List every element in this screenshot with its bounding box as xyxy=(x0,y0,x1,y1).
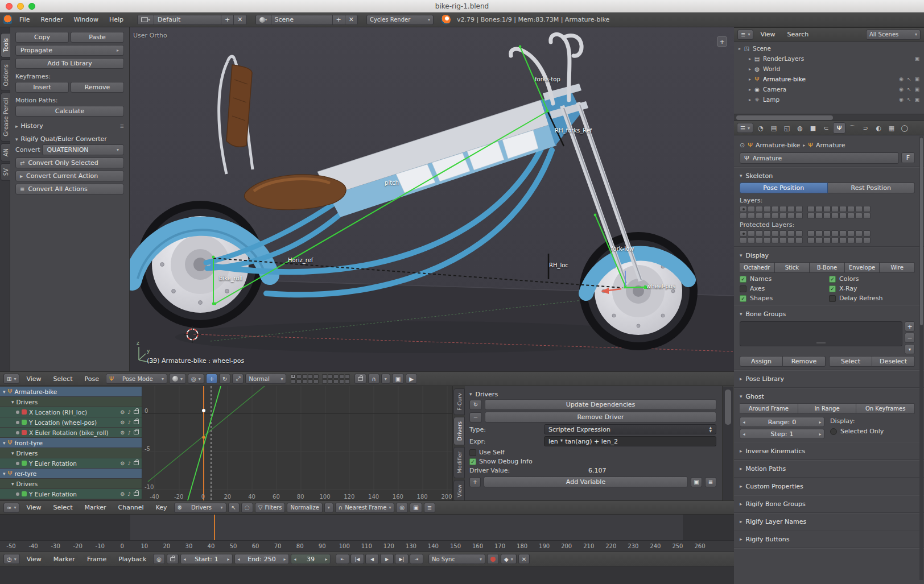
modifier-wrench-icon[interactable]: ⚙ xyxy=(120,461,125,466)
use-self-checkbox[interactable] xyxy=(469,449,476,456)
view-menu[interactable]: View xyxy=(21,372,46,386)
armature-layer-toggle[interactable] xyxy=(855,213,863,219)
protected-layer-toggle[interactable] xyxy=(779,237,787,243)
menu-window[interactable]: Window xyxy=(69,13,104,27)
armature-layer-toggle[interactable] xyxy=(772,213,779,219)
layer-toggle[interactable] xyxy=(345,379,350,384)
lock-icon[interactable] xyxy=(134,430,139,434)
tool-shelf-tab[interactable]: SV xyxy=(1,163,10,181)
modifier-wrench-icon[interactable]: ⚙ xyxy=(120,430,125,436)
layer-toggle[interactable] xyxy=(308,374,313,379)
mute-speaker-icon[interactable]: ♪ xyxy=(127,491,131,497)
sync-mode-select[interactable]: No Sync▾ xyxy=(428,554,485,564)
display-option-checkbox[interactable] xyxy=(740,295,746,302)
display-mode-button[interactable]: Envelope xyxy=(845,262,880,273)
paste-keyframes-button[interactable]: ≣ xyxy=(424,503,435,513)
display-option-checkbox[interactable] xyxy=(829,276,836,283)
protected-layer-toggle[interactable] xyxy=(823,230,831,237)
lock-icon[interactable] xyxy=(134,492,139,496)
channel-visibility-dot[interactable] xyxy=(16,421,19,424)
channel-name[interactable]: front-tyre xyxy=(14,440,43,446)
tool-shelf-tab[interactable]: Options xyxy=(1,59,10,92)
select-button[interactable]: Select xyxy=(829,356,872,367)
armature-layer-toggle[interactable] xyxy=(863,206,871,212)
lock-icon[interactable] xyxy=(134,420,139,424)
add-icon[interactable]: + xyxy=(469,477,481,487)
properties-tab-icon[interactable]: ◍ xyxy=(794,122,806,134)
menu-help[interactable]: Help xyxy=(104,13,129,27)
protected-layer-toggle[interactable] xyxy=(815,237,823,243)
armature-layer-toggle[interactable] xyxy=(756,213,763,219)
channel-name[interactable]: Armature-bike xyxy=(14,388,57,395)
armature-layer-toggle[interactable] xyxy=(795,206,803,212)
armature-layer-toggle[interactable] xyxy=(815,213,823,219)
display-mode-button[interactable]: B-Bone xyxy=(810,262,845,273)
expand-icon[interactable]: ▾ xyxy=(11,481,14,487)
outliner-item[interactable]: ▸ ▤ RenderLayers ◉ ↖ ▣ ▣ xyxy=(734,53,924,64)
transport-button[interactable]: ▶| xyxy=(395,554,409,564)
protected-layer-toggle[interactable] xyxy=(779,230,787,237)
remove-icon-button[interactable]: − xyxy=(469,412,482,423)
expression-input[interactable]: len * tan(ang) + len_2 xyxy=(544,436,716,446)
expand-icon[interactable]: ▸ xyxy=(739,46,741,51)
scene-browse[interactable]: ▾ xyxy=(256,15,271,24)
add-layout-button[interactable]: + xyxy=(221,15,233,24)
armature-layer-toggle[interactable] xyxy=(847,206,855,212)
graph-mode-select[interactable]: ⚙Drivers▾ xyxy=(174,503,226,513)
channel-name[interactable]: Y Euler Rotation xyxy=(29,460,77,467)
protected-layer-toggle[interactable] xyxy=(847,230,855,237)
armature-layer-toggle[interactable] xyxy=(756,206,763,212)
add-to-library-button[interactable]: Add To Library xyxy=(15,58,124,69)
channel-visibility-dot[interactable] xyxy=(16,492,19,496)
display-mode-button[interactable]: Octahedr xyxy=(740,262,775,273)
graph-channel-menu[interactable]: Channel xyxy=(113,501,148,514)
expand-icon[interactable]: ▾ xyxy=(11,399,14,405)
history-panel-header[interactable]: ▸ History ≣ xyxy=(15,122,124,130)
mute-speaker-icon[interactable]: ♪ xyxy=(127,430,131,436)
protected-layer-toggle[interactable] xyxy=(764,230,771,237)
delete-scene-button[interactable]: ✕ xyxy=(345,15,357,24)
channel-name[interactable]: Drivers xyxy=(16,481,38,487)
protected-layer-toggle[interactable] xyxy=(839,237,847,243)
pin-icon[interactable]: ⊙ xyxy=(740,142,745,149)
channel-name[interactable]: Y Euler Rotation xyxy=(29,491,77,498)
fake-user-button[interactable]: F xyxy=(901,152,915,163)
protected-layer-toggle[interactable] xyxy=(863,237,871,243)
manipulator-scale-toggle[interactable]: ⤢ xyxy=(232,374,244,384)
paste-button[interactable]: Paste xyxy=(71,32,124,43)
lock-to-scene-toggle[interactable] xyxy=(354,374,366,384)
eye-icon[interactable]: ◉ xyxy=(899,97,904,102)
protected-layer-toggle[interactable] xyxy=(863,230,871,237)
lock-range-toggle[interactable] xyxy=(167,554,179,564)
armature-layer-toggle[interactable] xyxy=(748,206,755,212)
drivers-panel-header[interactable]: ▾ Drivers xyxy=(469,389,716,399)
layer-toggle[interactable] xyxy=(339,379,344,384)
protected-layer-toggle[interactable] xyxy=(831,237,839,243)
rigify-panel-header[interactable]: ▾ Rigify Quat/Euler Converter xyxy=(15,135,124,143)
properties-tab-icon[interactable]: ◐ xyxy=(872,122,885,134)
copy-button[interactable]: Copy xyxy=(15,32,69,43)
skeleton-section-header[interactable]: ▾Skeleton xyxy=(740,170,915,181)
delete-layout-button[interactable]: ✕ xyxy=(233,15,246,24)
outliner-item[interactable]: ▸ ◉ Camera ◉ ↖ ▣ ▣ xyxy=(734,84,924,94)
protected-layer-toggle[interactable] xyxy=(795,230,803,237)
breadcrumb-data[interactable]: Armature xyxy=(816,142,845,149)
armature-layer-toggle[interactable] xyxy=(807,206,815,212)
expand-icon[interactable]: ▸ xyxy=(749,67,751,72)
graph-key-menu[interactable]: Key xyxy=(151,501,172,514)
transport-button[interactable]: ▶ xyxy=(380,554,394,564)
editor-type-select[interactable]: ☰▾ xyxy=(737,123,753,133)
graph-channel-row[interactable]: ▾ Ψ Drivers ⚙ ♪ xyxy=(0,448,142,458)
protected-layer-toggle[interactable] xyxy=(772,230,779,237)
armature-layer-toggle[interactable] xyxy=(779,213,787,219)
armature-layer-toggle[interactable] xyxy=(807,213,815,219)
protected-layer-toggle[interactable] xyxy=(831,230,839,237)
expand-icon[interactable]: ▾ xyxy=(3,440,6,446)
armature-layer-toggle[interactable] xyxy=(764,213,771,219)
eye-icon[interactable]: ◉ xyxy=(899,76,904,82)
propagate-button[interactable]: Propagate▸ xyxy=(15,45,124,56)
keying-set-select[interactable]: ◆▾ xyxy=(501,554,517,564)
calculate-button[interactable]: Calculate xyxy=(15,106,124,117)
normalize-options-button[interactable]: ▾ xyxy=(324,503,333,513)
insert-keyframe-button[interactable]: ✕ xyxy=(518,554,530,564)
